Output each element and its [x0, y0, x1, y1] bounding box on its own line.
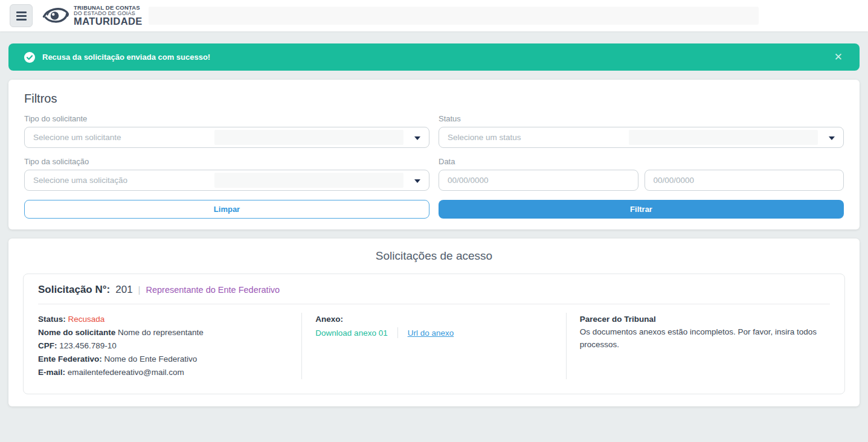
app-header: TRIBUNAL DE CONTAS DO ESTADO DE GOIÁS MA…: [0, 0, 868, 31]
detail-email: E-mail: emailentefedereativo@mail.com: [38, 366, 288, 379]
skeleton-bar: [214, 173, 403, 188]
hamburger-icon: [16, 11, 27, 21]
detail-nome: Nome do solicitante Nome do representant…: [38, 326, 288, 339]
request-header: Solicitação N°: 201 | Representante do E…: [38, 284, 830, 296]
status-value: Recusada: [68, 315, 105, 324]
url-anexo-link[interactable]: Url do anexo: [408, 328, 454, 338]
tipo-solicitacao-select[interactable]: Selecione uma solicitação: [24, 170, 429, 191]
cpf-value: 123.456.789-10: [59, 341, 117, 350]
nome-field-label: Nome do solicitante: [38, 328, 115, 337]
alert-message: Recusa da solicitação enviada com sucess…: [42, 53, 833, 62]
anexo-label: Anexo:: [315, 313, 565, 326]
filters-title: Filtros: [24, 92, 844, 106]
skeleton-bar: [629, 130, 818, 145]
ente-value: Nome do Ente Federativo: [104, 354, 198, 364]
nome-value: Nome do representante: [118, 328, 204, 337]
request-number-label: Solicitação N°:: [38, 284, 110, 296]
status-field-label: Status:: [38, 315, 66, 324]
chevron-down-icon: [414, 179, 420, 183]
detail-status: Status: Nome do representante Recusada: [38, 313, 288, 326]
requests-title: Solicitações de acesso: [23, 249, 845, 263]
email-value: emailentefedereativo@mail.com: [68, 368, 184, 377]
chevron-down-icon: [414, 136, 420, 140]
filter-button[interactable]: Filtrar: [439, 200, 844, 219]
tipo-solicitante-select[interactable]: Selecione um solicitante: [24, 127, 429, 148]
status-label: Status: [439, 114, 844, 123]
download-anexo-link[interactable]: Download anexo 01: [315, 328, 387, 338]
requests-card: Solicitações de acesso Solicitação N°: 2…: [8, 239, 860, 406]
page-content: Recusa da solicitação enviada com sucess…: [0, 43, 868, 406]
request-item: Solicitação N°: 201 | Representante do E…: [23, 274, 845, 394]
ente-field-label: Ente Federativo:: [38, 354, 102, 364]
divider: [38, 304, 830, 304]
requester-type: Representante do Ente Federativo: [146, 285, 280, 295]
data-label: Data: [439, 157, 844, 166]
separator: |: [138, 284, 141, 295]
request-details-column: Status: Nome do representante Recusada N…: [38, 313, 301, 379]
app-logo: TRIBUNAL DE CONTAS DO ESTADO DE GOIÁS MA…: [41, 5, 143, 27]
request-number: 201: [115, 284, 132, 296]
detail-cpf: CPF: 123.456.789-10: [38, 339, 288, 353]
eye-logo-icon: [41, 5, 70, 27]
divider: [397, 327, 398, 338]
skeleton-bar: [214, 130, 403, 145]
request-anexo-column: Anexo: Download anexo 01 Url do anexo: [301, 313, 565, 379]
request-parecer-column: Parecer do Tribunal Os documentos anexos…: [566, 313, 830, 379]
clear-button[interactable]: Limpar: [24, 200, 429, 219]
parecer-text: Os documentos anexos estão incompletos. …: [580, 325, 821, 351]
tipo-solicitacao-placeholder: Selecione uma solicitação: [33, 176, 127, 185]
logo-line-3: MATURIDADE: [74, 16, 143, 27]
tipo-solicitacao-label: Tipo da solicitação: [24, 157, 429, 166]
date-end-input[interactable]: [645, 170, 844, 191]
filters-card: Filtros Tipo do solicitante Selecione um…: [8, 80, 860, 229]
status-select[interactable]: Selecione um status: [439, 127, 844, 148]
close-icon[interactable]: ✕: [833, 50, 844, 65]
success-alert: Recusa da solicitação enviada com sucess…: [8, 43, 860, 71]
tipo-solicitante-placeholder: Selecione um solicitante: [33, 133, 121, 142]
status-placeholder: Selecione um status: [448, 133, 521, 142]
detail-ente: Ente Federativo: Nome do Ente Federativo: [38, 353, 288, 366]
chevron-down-icon: [829, 136, 835, 140]
date-start-input[interactable]: [439, 170, 638, 191]
cpf-field-label: CPF:: [38, 341, 57, 350]
menu-button[interactable]: [10, 4, 33, 27]
logo-text: TRIBUNAL DE CONTAS DO ESTADO DE GOIÁS MA…: [74, 5, 143, 27]
check-circle-icon: [24, 52, 35, 63]
email-field-label: E-mail:: [38, 368, 65, 377]
header-placeholder-bar: [149, 7, 759, 25]
parecer-label: Parecer do Tribunal: [580, 313, 830, 325]
tipo-solicitante-label: Tipo do solicitante: [24, 114, 429, 123]
